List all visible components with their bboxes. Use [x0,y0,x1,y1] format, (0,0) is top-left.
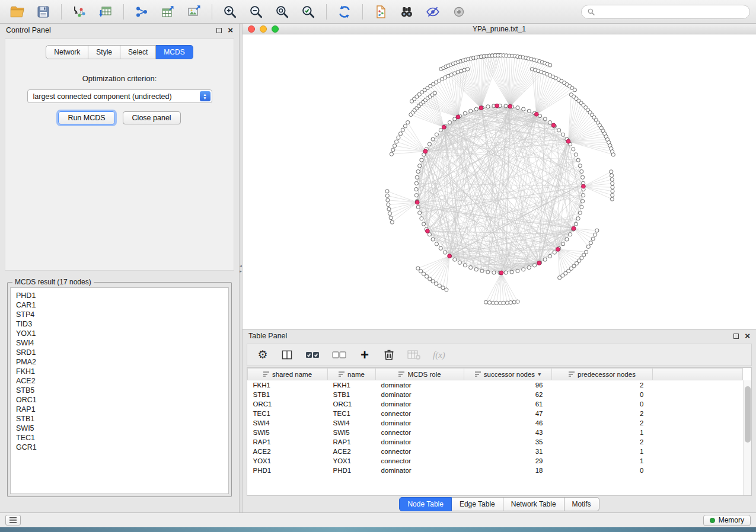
table-scrollbar[interactable] [743,380,751,495]
table-cell[interactable]: STB1 [328,390,376,399]
select-all-rows-button[interactable] [305,349,320,361]
table-cell[interactable]: SWI5 [248,428,328,437]
table-row[interactable]: SWI5SWI5connector431 [248,428,743,437]
close-window-icon[interactable] [248,25,255,33]
table-row[interactable]: SWI4SWI4dominator462 [248,418,743,428]
table-cell[interactable]: 1 [552,428,653,437]
mcds-node-item[interactable]: PHD1 [16,291,223,300]
import-table-button[interactable] [94,3,117,21]
column-header-MCDS-role[interactable]: MCDS role [376,368,464,380]
export-image-button[interactable] [183,3,205,21]
table-cell[interactable]: ORC1 [248,399,328,409]
table-cell[interactable]: YOX1 [248,456,328,466]
network-window-titlebar[interactable]: YPA_prune.txt_1 [243,24,756,34]
table-row[interactable]: ACE2ACE2connector311 [248,447,743,456]
table-cell[interactable]: dominator [376,399,464,409]
table-cell[interactable]: RAP1 [328,437,376,447]
zoom-fit-button[interactable] [271,3,294,21]
table-cell[interactable]: PHD1 [248,466,328,475]
table-cell[interactable]: TEC1 [248,409,328,418]
table-cell[interactable]: connector [376,447,464,456]
table-cell[interactable]: dominator [376,437,464,447]
column-options-icon[interactable] [339,371,344,377]
panel-menu-button[interactable] [5,515,21,525]
maximize-window-icon[interactable] [272,25,279,33]
table-cell[interactable]: 62 [464,390,552,399]
table-cell[interactable]: dominator [376,390,464,399]
table-row[interactable]: TEC1TEC1connector472 [248,409,743,418]
table-cell[interactable]: 31 [464,447,552,456]
zoom-selected-button[interactable] [297,3,320,21]
table-cell[interactable]: FKH1 [328,380,376,390]
sort-caret-icon[interactable]: ▾ [538,371,541,377]
collapse-left-icon[interactable]: ◂ [240,264,242,268]
table-cell[interactable]: 2 [552,437,653,447]
mcds-node-item[interactable]: TEC1 [16,433,223,443]
table-cell[interactable]: SWI5 [328,428,376,437]
table-row[interactable]: PHD1PHD1dominator180 [248,466,743,475]
settings-gear-button[interactable]: ⚙ [257,349,269,361]
refresh-view-button[interactable] [333,3,356,21]
table-cell[interactable]: dominator [376,418,464,428]
float-panel-icon[interactable] [216,28,222,33]
export-network-button[interactable] [130,3,153,21]
table-cell[interactable]: SWI4 [328,418,376,428]
mcds-node-item[interactable]: GCR1 [16,443,223,452]
table-cell[interactable]: YOX1 [328,456,376,466]
table-cell[interactable]: TEC1 [328,409,376,418]
table-cell[interactable]: 1 [552,456,653,466]
table-tab-node-table[interactable]: Node Table [399,497,452,511]
mcds-node-item[interactable]: SWI4 [16,338,223,348]
table-cell[interactable]: ACE2 [328,447,376,456]
table-row[interactable]: FKH1FKH1dominator962 [248,380,743,390]
table-cell[interactable]: connector [376,456,464,466]
zoom-in-button[interactable] [219,3,241,21]
table-cell[interactable]: 47 [464,409,552,418]
table-tab-edge-table[interactable]: Edge Table [452,497,503,511]
table-cell[interactable]: 61 [464,399,552,409]
mcds-node-item[interactable]: STB5 [16,386,223,395]
table-cell[interactable]: ACE2 [248,447,328,456]
save-button[interactable] [32,3,55,21]
table-cell[interactable]: 96 [464,380,552,390]
hide-selected-button[interactable] [422,3,444,21]
table-row[interactable]: RAP1RAP1dominator352 [248,437,743,447]
table-cell[interactable]: SWI4 [248,418,328,428]
tab-select[interactable]: Select [120,45,156,59]
table-cell[interactable]: connector [376,409,464,418]
zoom-out-button[interactable] [245,3,267,21]
table-cell[interactable]: ORC1 [328,399,376,409]
open-folder-button[interactable] [6,3,28,21]
table-row[interactable]: ORC1ORC1dominator610 [248,399,743,409]
table-row[interactable]: YOX1YOX1connector291 [248,456,743,466]
table-cell[interactable]: 2 [552,409,653,418]
table-cell[interactable]: 2 [552,380,653,390]
show-all-button[interactable] [448,3,470,21]
mcds-node-item[interactable]: SRD1 [16,348,223,357]
close-panel-icon[interactable]: × [745,333,750,339]
search-binoculars-button[interactable] [395,3,418,21]
table-cell[interactable]: 18 [464,466,552,475]
table-cell[interactable]: 43 [464,428,552,437]
collapse-right-icon[interactable]: ▸ [240,269,242,273]
table-cell[interactable]: 2 [552,418,653,428]
delete-rows-button[interactable] [383,349,395,361]
column-header-name[interactable]: name [328,368,376,380]
mcds-node-item[interactable]: RAP1 [16,405,223,414]
add-row-button[interactable]: + [359,349,371,361]
tab-network[interactable]: Network [46,45,88,59]
table-cell[interactable]: 46 [464,418,552,428]
table-cell[interactable]: dominator [376,466,464,475]
mcds-node-item[interactable]: CAR1 [16,300,223,310]
table-tab-network-table[interactable]: Network Table [503,497,564,511]
mcds-node-item[interactable]: STP4 [16,310,223,319]
table-cell[interactable]: STB1 [248,390,328,399]
memory-button[interactable]: Memory [703,515,751,526]
mcds-node-item[interactable]: PMA2 [16,357,223,367]
column-options-icon[interactable] [475,371,481,377]
column-options-icon[interactable] [398,371,404,377]
toggle-column-button[interactable] [281,349,293,361]
table-cell[interactable]: connector [376,428,464,437]
document-share-button[interactable] [369,3,392,21]
tab-style[interactable]: Style [88,45,120,59]
